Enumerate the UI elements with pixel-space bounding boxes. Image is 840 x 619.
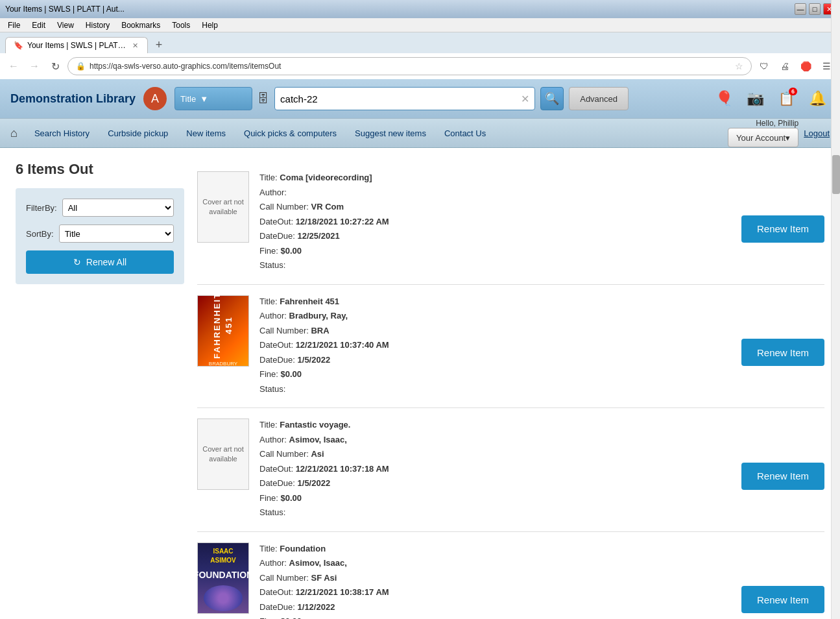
nav-contact-us[interactable]: Contact Us bbox=[435, 123, 495, 143]
fine-row: Fine: $0.00 bbox=[259, 245, 731, 258]
logout-button[interactable]: Logout bbox=[804, 123, 830, 143]
camera-icon-button[interactable]: 📷 bbox=[743, 86, 767, 111]
date-due-value: 1/5/2022 bbox=[298, 354, 331, 367]
title-label: Title: bbox=[259, 295, 280, 308]
your-account-button[interactable]: Your Account▾ bbox=[728, 128, 798, 147]
filter-by-select[interactable]: All bbox=[62, 199, 174, 217]
fine-value: $0.00 bbox=[281, 368, 302, 381]
os-titlebar: Your Items | SWLS | PLATT | Aut... ― □ ✕ bbox=[0, 0, 840, 18]
url-text: https://qa-swls-verso.auto-graphics.com/… bbox=[90, 62, 731, 71]
menu-bookmarks[interactable]: Bookmarks bbox=[116, 19, 165, 31]
new-tab-button[interactable]: + bbox=[150, 36, 167, 53]
status-row: Status: bbox=[259, 506, 731, 519]
renew-item-button-fahrenheit[interactable]: Renew Item bbox=[741, 339, 824, 366]
forward-button[interactable]: → bbox=[26, 58, 43, 75]
call-number-row: Call Number: SF Asi bbox=[259, 572, 731, 585]
scrollbar-thumb[interactable] bbox=[832, 155, 840, 194]
tab-close-button[interactable]: ✕ bbox=[131, 40, 139, 51]
call-number-row: Call Number: Asi bbox=[259, 448, 731, 461]
author-label: Author: bbox=[259, 310, 289, 322]
menu-history[interactable]: History bbox=[80, 19, 115, 31]
renew-item-button-foundation[interactable]: Renew Item bbox=[741, 586, 824, 613]
item-card: Cover art not available Title: Fantastic… bbox=[197, 408, 824, 532]
bell-icon: 🔔 bbox=[809, 90, 826, 107]
status-label: Status: bbox=[259, 506, 285, 519]
tab-favicon: 🔖 bbox=[14, 41, 23, 50]
app-header: Demonstration Library A Title ▼ 🗄 ✕ 🔍 Ad… bbox=[0, 79, 840, 118]
date-due-row: DateDue: 1/5/2022 bbox=[259, 477, 731, 490]
nav-suggest-new-items[interactable]: Suggest new items bbox=[346, 123, 435, 143]
menu-tools[interactable]: Tools bbox=[167, 19, 195, 31]
title-value: Coma [videorecording] bbox=[280, 171, 372, 184]
scrollbar-track[interactable] bbox=[831, 0, 840, 619]
minimize-button[interactable]: ― bbox=[795, 3, 806, 15]
renew-all-button[interactable]: ↻ Renew All bbox=[26, 250, 174, 274]
address-bar[interactable]: 🔒 https://qa-swls-verso.auto-graphics.co… bbox=[67, 57, 752, 75]
home-icon[interactable]: ⌂ bbox=[10, 127, 18, 140]
nav-curbside-pickup[interactable]: Curbside pickup bbox=[99, 123, 177, 143]
search-type-dropdown[interactable]: Title ▼ bbox=[174, 87, 252, 110]
camera-icon: 📷 bbox=[747, 90, 764, 107]
author-label: Author: bbox=[259, 433, 289, 446]
filter-by-label: FilterBy: bbox=[26, 203, 57, 213]
tab-bar: 🔖 Your Items | SWLS | PLATT | Aut... ✕ + bbox=[0, 32, 840, 53]
window-controls[interactable]: ― □ ✕ bbox=[795, 3, 835, 15]
item-card: ISAAC ASIMOV FOUNDATION Title: Foundatio… bbox=[197, 532, 824, 620]
item-details-foundation: Title: Foundation Author: Asimov, Isaac,… bbox=[259, 542, 731, 620]
date-out-row: DateOut: 12/18/2021 10:27:22 AM bbox=[259, 215, 731, 228]
main-content: 6 Items Out FilterBy: All SortBy: Title … bbox=[0, 148, 840, 619]
search-clear-button[interactable]: ✕ bbox=[521, 93, 529, 105]
renew-item-button-coma[interactable]: Renew Item bbox=[741, 215, 824, 243]
menu-file[interactable]: File bbox=[3, 19, 25, 31]
sort-by-select[interactable]: Title DateDue Author bbox=[59, 225, 174, 243]
user-avatar-icon: A bbox=[143, 87, 167, 110]
date-out-value: 12/21/2021 10:38:17 AM bbox=[296, 586, 389, 599]
search-section: Title ▼ 🗄 ✕ 🔍 Advanced bbox=[174, 87, 629, 110]
library-name: Demonstration Library bbox=[10, 92, 136, 106]
fine-label: Fine: bbox=[259, 368, 281, 381]
date-out-row: DateOut: 12/21/2021 10:37:40 AM bbox=[259, 339, 731, 352]
maximize-button[interactable]: □ bbox=[809, 3, 821, 15]
browser-tab-active[interactable]: 🔖 Your Items | SWLS | PLATT | Aut... ✕ bbox=[5, 37, 148, 53]
back-button[interactable]: ← bbox=[5, 58, 22, 75]
search-input[interactable] bbox=[280, 93, 518, 104]
reload-button[interactable]: ↻ bbox=[47, 58, 64, 75]
menu-edit[interactable]: Edit bbox=[27, 19, 51, 31]
search-go-button[interactable]: 🔍 bbox=[540, 87, 564, 110]
list-badge: 6 bbox=[789, 88, 797, 95]
pocket-icon[interactable]: 🛡 bbox=[756, 58, 773, 75]
item-details-coma: Title: Coma [videorecording] Author: Cal… bbox=[259, 171, 731, 274]
nav-links: Search History Curbside pickup New items… bbox=[25, 123, 728, 143]
author-row: Author: bbox=[259, 186, 731, 199]
date-out-row: DateOut: 12/21/2021 10:37:18 AM bbox=[259, 463, 731, 476]
lock-icon: 🔒 bbox=[76, 62, 86, 71]
item-card: FAHRENHEIT 451 BRADBURY Title: Fahrenhei… bbox=[197, 285, 824, 409]
title-value: Foundation bbox=[280, 542, 326, 555]
nav-quick-picks[interactable]: Quick picks & computers bbox=[235, 123, 346, 143]
nav-search-history[interactable]: Search History bbox=[25, 123, 99, 143]
menu-help[interactable]: Help bbox=[197, 19, 223, 31]
date-due-value: 1/5/2022 bbox=[298, 477, 331, 490]
item-details-fahrenheit: Title: Fahrenheit 451 Author: Bradbury, … bbox=[259, 295, 731, 398]
window-title: Your Items | SWLS | PLATT | Aut... bbox=[5, 5, 795, 14]
author-row: Author: Asimov, Isaac, bbox=[259, 433, 731, 446]
call-number-value: Asi bbox=[311, 448, 324, 461]
status-label: Status: bbox=[259, 259, 285, 272]
extension-icon[interactable]: 🛑 bbox=[797, 58, 814, 75]
renew-all-icon: ↻ bbox=[73, 257, 81, 267]
date-due-label: DateDue: bbox=[259, 477, 298, 490]
date-due-row: DateDue: 12/25/2021 bbox=[259, 230, 731, 243]
call-number-row: Call Number: BRA bbox=[259, 324, 731, 337]
nav-new-items[interactable]: New items bbox=[177, 123, 235, 143]
fine-label: Fine: bbox=[259, 492, 281, 505]
advanced-search-button[interactable]: Advanced bbox=[569, 87, 629, 110]
bookmark-star-icon[interactable]: ☆ bbox=[735, 61, 743, 71]
date-due-label: DateDue: bbox=[259, 354, 298, 367]
list-icon-button[interactable]: 📋 6 bbox=[774, 86, 798, 111]
print-icon[interactable]: 🖨 bbox=[776, 58, 793, 75]
title-value: Fantastic voyage. bbox=[280, 419, 350, 431]
menu-view[interactable]: View bbox=[52, 19, 79, 31]
renew-item-button-fantastic[interactable]: Renew Item bbox=[741, 463, 824, 490]
bell-icon-button[interactable]: 🔔 bbox=[805, 86, 830, 111]
balloon-icon-button[interactable]: 🎈 bbox=[712, 86, 736, 111]
